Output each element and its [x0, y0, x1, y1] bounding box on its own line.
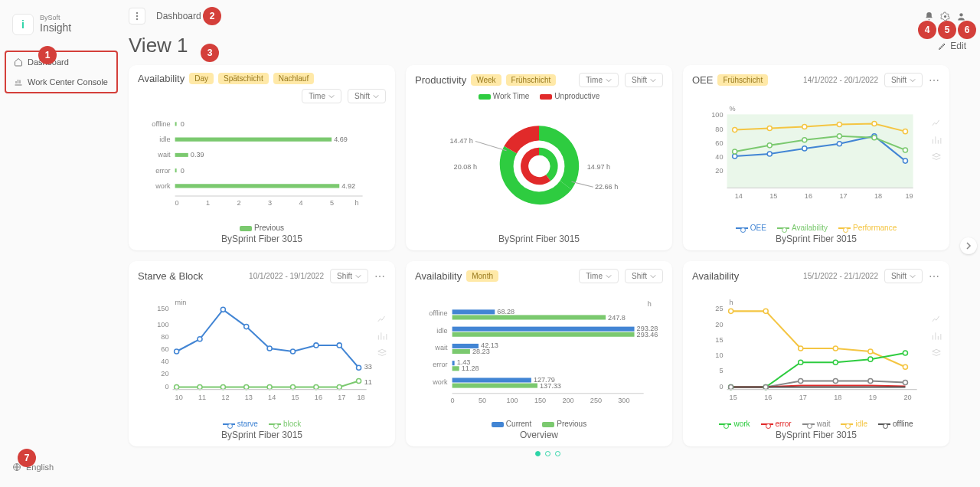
- dot[interactable]: [535, 451, 541, 456]
- gear-icon[interactable]: [940, 11, 950, 21]
- productivity-chart: 14.47 h 20.08 h 14.97 h 22.66 h: [415, 100, 663, 232]
- svg-point-151: [833, 346, 838, 351]
- svg-text:1: 1: [206, 199, 210, 207]
- card-more[interactable]: ⋯: [929, 74, 940, 87]
- topbar-menu[interactable]: [129, 8, 145, 25]
- user-icon[interactable]: [956, 11, 966, 21]
- language-selector[interactable]: English: [0, 462, 122, 479]
- card-more[interactable]: ⋯: [929, 270, 940, 283]
- svg-point-61: [903, 129, 907, 134]
- svg-text:17: 17: [839, 192, 847, 200]
- svg-point-44: [733, 154, 737, 159]
- time-dropdown[interactable]: Time: [579, 73, 619, 87]
- tag: Spätschicht: [218, 73, 269, 84]
- dot[interactable]: [555, 451, 560, 456]
- svg-text:work: work: [432, 378, 448, 386]
- card-title: Productivity: [415, 74, 466, 86]
- chart-tools[interactable]: [931, 118, 942, 162]
- card-caption: BySprint Fiber 3015: [138, 430, 386, 440]
- scroll-right[interactable]: [960, 237, 977, 254]
- tag: Nachlauf: [273, 73, 314, 84]
- nav-workcenter[interactable]: Work Center Console: [6, 72, 116, 92]
- svg-point-54: [872, 136, 877, 140]
- bell-icon[interactable]: [924, 11, 934, 21]
- chevron-down-icon: [910, 273, 916, 279]
- svg-rect-131: [452, 384, 537, 388]
- bars-icon: [931, 135, 942, 145]
- line-icon: [931, 314, 942, 325]
- svg-text:14: 14: [735, 192, 743, 200]
- card-caption: BySprint Fiber 3015: [692, 234, 940, 244]
- layers-icon: [377, 348, 387, 358]
- svg-point-77: [175, 349, 179, 354]
- card-availability-month: Availability Month Time Shift h offline …: [406, 261, 672, 446]
- svg-text:14.97 h: 14.97 h: [587, 163, 610, 171]
- svg-point-52: [802, 138, 807, 142]
- card-starve: Starve & Block 10/1/2022 - 19/1/2022 Shi…: [129, 261, 395, 446]
- svg-text:15: 15: [291, 394, 299, 401]
- more-vertical-icon: [136, 11, 139, 21]
- svg-point-81: [267, 346, 272, 351]
- svg-point-45: [767, 152, 772, 156]
- time-dropdown[interactable]: Time: [302, 89, 341, 103]
- chart-tools[interactable]: [931, 314, 942, 358]
- svg-text:2: 2: [237, 199, 241, 207]
- svg-text:19: 19: [869, 394, 877, 401]
- dot[interactable]: [545, 451, 550, 456]
- shift-dropdown[interactable]: Shift: [330, 269, 368, 283]
- svg-text:0: 0: [181, 167, 185, 175]
- availability-day-chart: offline0 idle4.69 wait0.39 error0 work4.…: [138, 103, 386, 222]
- svg-point-92: [314, 385, 318, 390]
- svg-rect-109: [452, 309, 495, 314]
- svg-text:13: 13: [245, 394, 253, 401]
- svg-rect-121: [452, 349, 470, 354]
- shift-dropdown[interactable]: Shift: [884, 269, 923, 283]
- svg-point-88: [220, 385, 225, 390]
- page-title: View 1: [129, 34, 188, 57]
- svg-text:20: 20: [903, 394, 911, 401]
- svg-text:%: %: [730, 105, 736, 113]
- chart-tools[interactable]: [377, 314, 387, 358]
- svg-text:60: 60: [715, 139, 723, 147]
- card-title: OEE: [692, 74, 713, 86]
- svg-point-80: [244, 325, 249, 329]
- carousel-dots[interactable]: [129, 451, 966, 456]
- svg-text:15: 15: [769, 192, 777, 200]
- svg-point-1: [136, 12, 138, 14]
- shift-dropdown[interactable]: Shift: [625, 73, 663, 87]
- chevron-down-icon: [650, 273, 656, 279]
- card-availability-range: Availability 15/1/2022 - 21/1/2022 Shift…: [683, 261, 949, 446]
- shift-dropdown[interactable]: Shift: [348, 89, 386, 103]
- shift-dropdown[interactable]: Shift: [884, 73, 923, 87]
- svg-point-53: [837, 134, 841, 139]
- svg-text:100: 100: [157, 321, 168, 328]
- svg-point-3: [136, 18, 138, 20]
- card-caption: BySprint Fiber 3015: [692, 430, 940, 440]
- svg-line-32: [475, 142, 507, 151]
- svg-point-159: [903, 351, 907, 355]
- svg-point-87: [198, 385, 202, 390]
- card-caption: BySprint Fiber 3015: [138, 234, 386, 244]
- svg-text:80: 80: [161, 333, 168, 341]
- edit-button[interactable]: Edit: [938, 41, 966, 51]
- svg-text:11: 11: [198, 394, 206, 401]
- svg-point-149: [763, 309, 768, 313]
- svg-text:0: 0: [451, 397, 455, 404]
- layers-icon: [931, 152, 942, 162]
- svg-text:17: 17: [799, 394, 807, 401]
- time-dropdown[interactable]: Time: [579, 269, 619, 283]
- svg-text:idle: idle: [436, 327, 447, 335]
- callout-4: 4: [918, 21, 936, 39]
- svg-text:error: error: [433, 361, 447, 368]
- shift-dropdown[interactable]: Shift: [625, 269, 663, 283]
- svg-text:25: 25: [715, 305, 723, 312]
- svg-text:250: 250: [590, 397, 602, 404]
- breadcrumb[interactable]: Dashboard: [156, 11, 201, 21]
- tag: Month: [466, 270, 498, 282]
- svg-text:20: 20: [715, 167, 723, 175]
- svg-text:300: 300: [618, 397, 629, 404]
- svg-text:18: 18: [874, 192, 882, 200]
- nav-dashboard[interactable]: Dashboard: [6, 52, 116, 72]
- card-more[interactable]: ⋯: [374, 270, 386, 283]
- svg-text:3: 3: [268, 199, 272, 207]
